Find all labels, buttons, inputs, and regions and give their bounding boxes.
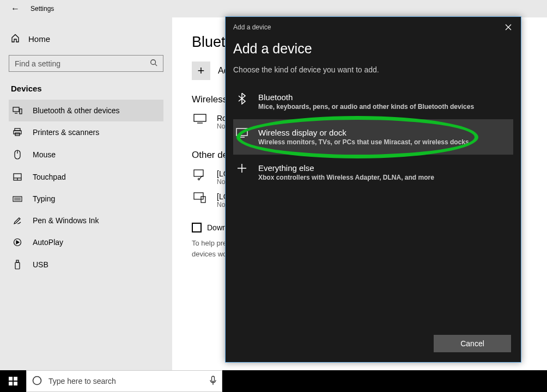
search-icon: [150, 59, 157, 68]
sidebar-item-label: AutoPlay: [33, 238, 63, 247]
taskbar-rest: [222, 370, 547, 392]
taskbar-search-input[interactable]: Type here to search: [26, 370, 222, 392]
svg-rect-4: [20, 109, 22, 114]
sidebar-search-placeholder: Find a setting: [15, 59, 60, 68]
microphone-icon[interactable]: [210, 376, 216, 387]
taskbar-search-placeholder: Type here to search: [48, 377, 116, 385]
sidebar-item-label: USB: [33, 260, 48, 269]
sidebar-item-pen[interactable]: Pen & Windows Ink: [9, 210, 163, 231]
svg-rect-13: [13, 197, 22, 201]
svg-rect-31: [9, 377, 13, 381]
option-subtitle: Wireless monitors, TVs, or PCs that use …: [258, 138, 469, 146]
plus-icon: [235, 163, 248, 173]
sidebar-item-label: Mouse: [33, 150, 56, 159]
sidebar-item-typing[interactable]: Typing: [9, 188, 163, 210]
sidebar-item-label: Typing: [33, 194, 55, 203]
option-subtitle: Mice, keyboards, pens, or audio and othe…: [258, 103, 474, 111]
option-bluetooth[interactable]: Bluetooth Mice, keyboards, pens, or audi…: [233, 84, 513, 119]
usb-icon: [12, 260, 23, 270]
plus-icon[interactable]: +: [192, 62, 210, 80]
sidebar-item-label: Printers & scanners: [33, 128, 99, 137]
svg-rect-36: [212, 376, 215, 382]
svg-rect-33: [9, 382, 13, 385]
svg-point-22: [198, 179, 200, 180]
option-subtitle: Xbox controllers with Wireless Adapter, …: [258, 174, 434, 181]
dialog-titlebar: Add a device: [233, 23, 271, 31]
sidebar-item-label: Touchpad: [33, 173, 66, 181]
monitor-icon: [192, 114, 208, 124]
window-titlebar: ← Settings: [0, 0, 547, 17]
svg-rect-23: [194, 193, 203, 199]
touchpad-icon: [12, 173, 23, 181]
sidebar: Home Find a setting Devices Bluetooth & …: [0, 17, 172, 370]
option-title: Bluetooth: [258, 93, 474, 102]
sidebar-item-printers[interactable]: Printers & scanners: [9, 121, 163, 143]
sidebar-item-autoplay[interactable]: AutoPlay: [9, 231, 163, 253]
option-title: Everything else: [258, 163, 434, 173]
dialog-header: Add a device: [233, 41, 513, 57]
sidebar-item-bluetooth[interactable]: Bluetooth & other devices: [9, 100, 163, 121]
checkbox-icon[interactable]: [192, 223, 202, 232]
home-icon: [11, 34, 20, 44]
dialog-subtitle: Choose the kind of device you want to ad…: [233, 65, 513, 74]
svg-rect-18: [15, 262, 20, 269]
cancel-button[interactable]: Cancel: [434, 335, 511, 352]
autoplay-icon: [12, 238, 23, 247]
media-device-icon: [192, 169, 208, 180]
sidebar-item-label: Bluetooth & other devices: [33, 106, 120, 115]
option-wireless-display[interactable]: Wireless display or dock Wireless monito…: [233, 119, 513, 155]
start-button[interactable]: [0, 370, 26, 392]
svg-point-35: [33, 376, 41, 384]
add-device-dialog: Add a device Add a device Choose the kin…: [225, 16, 521, 363]
svg-rect-5: [15, 128, 20, 131]
svg-rect-2: [13, 107, 19, 112]
printer-icon: [12, 128, 23, 137]
svg-rect-6: [14, 131, 21, 134]
back-arrow-icon[interactable]: ←: [11, 4, 20, 14]
svg-rect-32: [14, 377, 17, 381]
option-title: Wireless display or dock: [258, 128, 469, 137]
sidebar-item-mouse[interactable]: Mouse: [9, 143, 163, 166]
svg-rect-17: [16, 260, 19, 262]
svg-point-0: [151, 60, 156, 65]
svg-rect-21: [194, 170, 203, 176]
svg-rect-27: [236, 128, 247, 136]
svg-rect-34: [14, 382, 17, 385]
cortana-icon: [32, 376, 42, 387]
home-link[interactable]: Home: [9, 30, 163, 47]
pen-icon: [12, 216, 23, 225]
monitor-icon: [235, 128, 248, 138]
sidebar-item-usb[interactable]: USB: [9, 253, 163, 276]
sidebar-item-touchpad[interactable]: Touchpad: [9, 166, 163, 188]
sidebar-search-input[interactable]: Find a setting: [9, 55, 163, 72]
keyboard-icon: [12, 196, 23, 202]
sidebar-item-label: Pen & Windows Ink: [33, 216, 99, 225]
bluetooth-icon: [235, 93, 248, 105]
home-label: Home: [28, 34, 50, 44]
option-everything-else[interactable]: Everything else Xbox controllers with Wi…: [233, 155, 513, 190]
svg-line-1: [155, 64, 157, 66]
taskbar: Type here to search: [0, 370, 547, 392]
media-device-icon: [192, 192, 208, 203]
window-title: Settings: [31, 5, 54, 13]
mouse-icon: [12, 150, 23, 160]
svg-rect-19: [194, 114, 206, 121]
devices-icon: [12, 107, 23, 114]
sidebar-section-header: Devices: [11, 84, 163, 93]
close-button[interactable]: [503, 22, 513, 32]
